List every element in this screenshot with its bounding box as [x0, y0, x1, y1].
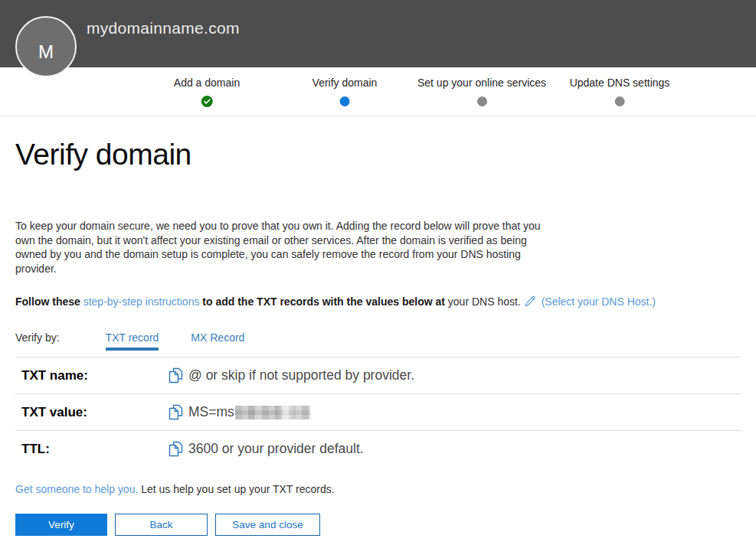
- instruction-prefix: Follow these: [15, 295, 80, 308]
- wizard-steps: Add a domain Verify domain Set up your o…: [0, 67, 756, 116]
- app-header: M mydomainname.com: [0, 0, 756, 67]
- step-label: Update DNS settings: [570, 77, 670, 89]
- tab-txt-record[interactable]: TXT record: [106, 331, 159, 351]
- copy-icon[interactable]: [169, 441, 183, 457]
- step-update-dns-settings[interactable]: Update DNS settings: [570, 77, 670, 107]
- back-button[interactable]: Back: [115, 514, 208, 536]
- record-value: MS=ms: [188, 404, 234, 420]
- main-content: Verify domain To keep your domain secure…: [0, 138, 756, 536]
- avatar[interactable]: M: [15, 16, 77, 77]
- redacted-value-blur: [235, 406, 310, 419]
- step-active-dot-icon: [339, 96, 349, 106]
- record-value: 3600 or your provider default.: [188, 441, 364, 457]
- step-label: Add a domain: [174, 77, 240, 89]
- record-label: TXT name:: [15, 368, 169, 383]
- step-complete-check-icon: [201, 96, 213, 107]
- table-row-txt-name: TXT name: @ or skip if not supported by …: [15, 357, 741, 393]
- table-row-ttl: TTL: 3600 or your provider default.: [15, 430, 741, 467]
- copy-icon[interactable]: [169, 367, 183, 383]
- instruction-suffix: your DNS host.: [448, 295, 521, 308]
- dns-records-table: TXT name: @ or skip if not supported by …: [15, 357, 741, 467]
- step-set-up-online-services[interactable]: Set up your online services: [417, 77, 546, 107]
- step-label: Verify domain: [313, 77, 378, 89]
- record-label: TTL:: [15, 442, 169, 457]
- save-and-close-button[interactable]: Save and close: [215, 514, 320, 536]
- instruction-line: Follow these step-by-step instructions t…: [15, 295, 741, 310]
- page-title: Verify domain: [15, 138, 741, 171]
- verify-button[interactable]: Verify: [15, 514, 107, 536]
- verify-by-row: Verify by: TXT record MX Record: [15, 331, 741, 351]
- step-pending-dot-icon: [477, 96, 487, 106]
- help-line: Get someone to help you. Let us help you…: [15, 483, 741, 495]
- instruction-middle: to add the TXT records with the values b…: [202, 295, 445, 308]
- domain-title: mydomainname.com: [87, 19, 240, 38]
- step-pending-dot-icon: [614, 96, 624, 106]
- step-by-step-instructions-link[interactable]: step-by-step instructions: [83, 295, 200, 308]
- get-help-link[interactable]: Get someone to help you.: [15, 483, 138, 495]
- verify-by-label: Verify by:: [15, 331, 60, 344]
- pencil-icon[interactable]: [524, 295, 536, 310]
- record-label: TXT value:: [15, 405, 169, 420]
- step-add-a-domain[interactable]: Add a domain: [174, 77, 240, 107]
- copy-icon[interactable]: [169, 404, 183, 420]
- intro-text: To keep your domain secure, we need you …: [15, 219, 551, 276]
- help-text: Let us help you set up your TXT records.: [141, 483, 334, 495]
- select-dns-host-link[interactable]: (Select your DNS Host.): [542, 295, 656, 308]
- record-value: @ or skip if not supported by provider.: [188, 367, 414, 383]
- step-label: Set up your online services: [417, 77, 546, 89]
- step-verify-domain[interactable]: Verify domain: [313, 77, 378, 107]
- tab-mx-record[interactable]: MX Record: [191, 331, 244, 348]
- action-buttons: Verify Back Save and close: [15, 514, 741, 536]
- avatar-letter: M: [38, 41, 54, 63]
- table-row-txt-value: TXT value: MS=ms: [15, 393, 741, 430]
